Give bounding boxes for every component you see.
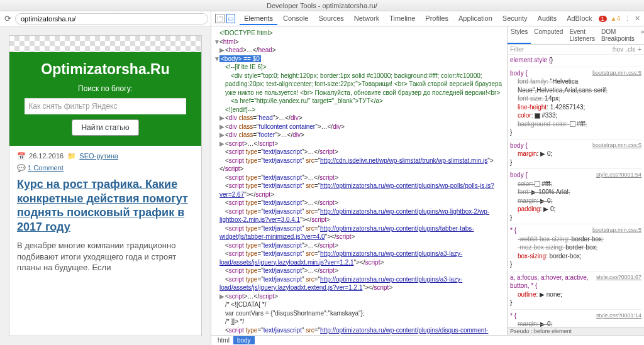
devtools-pane: ⬚ ▭ ElementsConsoleSourcesNetworkTimelin… xyxy=(211,11,644,345)
site-title: Optimizatorsha.Ru xyxy=(16,61,195,78)
styletab-dom-breakpoints[interactable]: DOM Breakpoints xyxy=(598,26,638,44)
styletab-event-listeners[interactable]: Event Listeners xyxy=(566,26,598,44)
blog-search-input[interactable] xyxy=(25,98,186,114)
url-input[interactable] xyxy=(15,13,208,25)
devtab-profiles[interactable]: Profiles xyxy=(421,13,453,25)
devtab-adblock[interactable]: AdBlock xyxy=(562,13,596,25)
reload-icon[interactable]: ⟳ xyxy=(3,14,13,24)
dom-tree[interactable]: <!DOCTYPE html>▼<html>▶<head>…</head>▼<b… xyxy=(211,26,507,335)
post-date: 26.12.2016 xyxy=(29,152,64,160)
more-icon[interactable]: » xyxy=(638,26,644,44)
post-title-link[interactable]: Курс на рост трафика. Какие конкретные д… xyxy=(17,178,188,233)
css-rules[interactable]: element.style {}bootstrap.min.css:5body … xyxy=(508,55,644,327)
settings-icon[interactable]: ⋮ xyxy=(624,14,631,23)
crumb-html[interactable]: html xyxy=(214,336,233,344)
banner-placeholder xyxy=(9,36,201,52)
devtab-application[interactable]: Application xyxy=(454,13,497,25)
breadcrumb[interactable]: htmlbody xyxy=(211,335,644,345)
comments-link[interactable]: 1 Comment xyxy=(28,164,64,172)
pseudo-label: Pseudo ::before element xyxy=(508,327,644,335)
window-title: Developer Tools - optimizatorsha.ru/ xyxy=(0,0,644,11)
post-excerpt: В декабре многие компании традиционно по… xyxy=(9,234,201,280)
preview-pane: ⟳ Optimizatorsha.Ru Поиск по блогу: Найт… xyxy=(0,11,211,345)
comment-icon: 💬 xyxy=(17,164,26,172)
devtab-sources[interactable]: Sources xyxy=(314,13,348,25)
styles-panel: StylesComputedEvent ListenersDOM Breakpo… xyxy=(507,26,644,335)
crumb-body[interactable]: body xyxy=(233,336,255,344)
rendered-page: Optimizatorsha.Ru Поиск по блогу: Найти … xyxy=(9,35,202,336)
search-label: Поиск по блогу: xyxy=(16,84,195,93)
devtab-elements[interactable]: Elements xyxy=(240,13,277,25)
inspect-icon[interactable]: ⬚ xyxy=(215,14,225,23)
folder-icon: 📁 xyxy=(67,152,76,160)
add-rule-icon[interactable]: + xyxy=(638,46,641,53)
calendar-icon: 📅 xyxy=(17,152,26,160)
styletab-computed[interactable]: Computed xyxy=(531,26,566,44)
devtab-timeline[interactable]: Timeline xyxy=(385,13,419,25)
category-link[interactable]: SEO-рутина xyxy=(79,152,118,160)
devtab-network[interactable]: Network xyxy=(350,13,384,25)
devtab-console[interactable]: Console xyxy=(279,13,313,25)
filter-input[interactable]: Filter xyxy=(510,46,609,53)
error-badge[interactable]: 1 xyxy=(599,16,607,22)
search-button[interactable]: Найти статью xyxy=(72,119,138,136)
devtab-audits[interactable]: Audits xyxy=(533,13,562,25)
hov-toggle[interactable]: :hov xyxy=(611,46,623,53)
devtab-security[interactable]: Security xyxy=(498,13,532,25)
address-bar: ⟳ xyxy=(0,11,211,26)
close-icon[interactable]: ✕ xyxy=(635,14,640,23)
cls-toggle[interactable]: .cls xyxy=(626,46,635,53)
device-mode-icon[interactable]: ▭ xyxy=(226,14,236,23)
styletab-styles[interactable]: Styles xyxy=(508,26,531,44)
warning-badge[interactable]: ▲4 xyxy=(611,15,620,22)
